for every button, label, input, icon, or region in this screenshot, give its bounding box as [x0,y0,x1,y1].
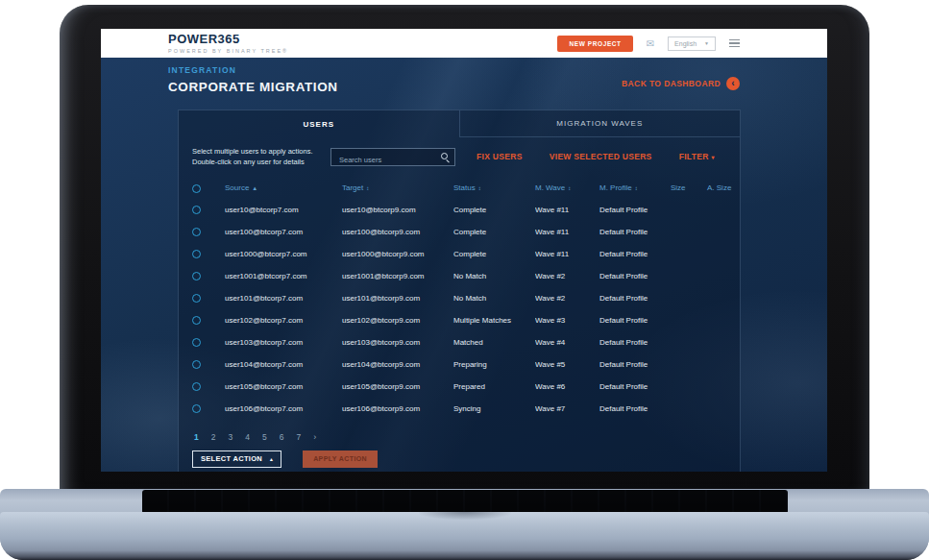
table-body: user10@btcorp7.comuser10@btcorp9.comComp… [179,199,740,420]
cell-migration-wave: Wave #5 [535,360,599,369]
instruction-line-1: Select multiple users to apply actions. [192,146,329,157]
cell-migration-profile: Default Profile [599,250,671,258]
hamburger-menu-icon[interactable] [729,39,740,48]
row-select-radio[interactable] [192,228,201,236]
table-row[interactable]: user106@btcorp7.comuser106@btcorp9.comSy… [179,398,740,420]
sort-icon[interactable]: ↕ [568,185,571,191]
pagination: 1234567› [179,432,740,442]
selection-instructions: Select multiple users to apply actions. … [192,146,329,168]
fix-users-link[interactable]: FIX USERS [477,152,523,161]
pagination-next[interactable]: › [313,432,316,442]
select-all-radio-column [192,180,225,197]
new-project-button[interactable]: NEW PROJECT [557,36,632,52]
cell-migration-wave: Wave #4 [535,338,599,347]
cell-migration-profile: Default Profile [599,382,671,391]
column-header-target[interactable]: Target↕ [342,183,453,192]
column-header-size[interactable]: Size [671,183,707,192]
row-select-radio[interactable] [192,360,201,369]
row-select-radio[interactable] [192,316,201,325]
apply-action-button[interactable]: APPLY ACTION [303,450,378,468]
table-row[interactable]: user105@btcorp7.comuser105@btcorp9.comPr… [179,376,740,398]
row-radio-cell [192,355,225,373]
back-chevron-icon[interactable]: ‹ [726,77,740,90]
cell-target: user103@btcorp9.com [342,338,453,347]
cell-target: user104@btcorp9.com [342,360,453,369]
page-1[interactable]: 1 [194,432,199,442]
page-6[interactable]: 6 [280,432,284,442]
page-2[interactable]: 2 [211,432,216,442]
cell-migration-profile: Default Profile [599,206,671,214]
cell-target: user1000@btcorp9.com [342,250,453,258]
page-5[interactable]: 5 [262,432,267,442]
row-select-radio[interactable] [192,272,201,280]
row-radio-cell [192,201,225,218]
table-row[interactable]: user10@btcorp7.comuser10@btcorp9.comComp… [179,199,740,221]
cell-target: user1001@btcorp9.com [342,272,453,280]
table-row[interactable]: user1001@btcorp7.comuser1001@btcorp9.com… [179,265,740,287]
sort-icon[interactable]: ↕ [635,185,638,191]
column-header-status[interactable]: Status↕ [453,183,535,192]
cell-status: Preparing [453,360,535,369]
view-selected-users-link[interactable]: VIEW SELECTED USERS [550,152,652,161]
cell-target: user101@btcorp9.com [342,294,453,303]
cell-migration-profile: Default Profile [599,228,671,236]
column-header-source[interactable]: Source▲ [225,183,342,192]
cell-migration-profile: Default Profile [599,404,671,413]
page-3[interactable]: 3 [228,432,232,442]
cell-migration-wave: Wave #2 [535,294,599,303]
cell-migration-profile: Default Profile [599,294,671,303]
cell-status: No Match [453,272,535,280]
back-to-dashboard[interactable]: BACK TO DASHBOARD ‹ [622,77,740,90]
row-radio-cell [192,400,225,417]
row-select-radio[interactable] [192,294,201,303]
search-input[interactable] [331,152,454,168]
topbar-actions: NEW PROJECT ✉ English ▼ [557,36,740,52]
cell-migration-wave: Wave #11 [535,206,599,214]
mail-icon[interactable]: ✉ [647,38,654,49]
table-row[interactable]: user101@btcorp7.comuser101@btcorp9.comNo… [179,287,740,309]
instruction-line-2: Double-click on any user for details [192,157,329,167]
cell-status: Matched [453,338,535,347]
row-select-radio[interactable] [192,338,201,347]
laptop-base [0,489,929,560]
table-row[interactable]: user103@btcorp7.comuser103@btcorp9.comMa… [179,331,740,353]
cell-source: user10@btcorp7.com [225,206,342,214]
language-select[interactable]: English ▼ [668,37,716,51]
row-select-radio[interactable] [192,250,201,258]
cell-status: Multiple Matches [453,316,535,325]
select-all-radio[interactable] [192,184,201,193]
sort-icon[interactable]: ↕ [366,185,369,191]
cell-target: user10@btcorp9.com [342,206,453,214]
column-header-a-size[interactable]: A. Size [707,183,746,192]
cell-target: user105@btcorp9.com [342,382,453,391]
cell-source: user103@btcorp7.com [225,338,342,347]
select-action-dropdown[interactable]: SELECT ACTION ▴ [192,450,281,468]
logo-subtitle: POWERED BY BINARY TREE® [168,48,288,54]
cell-status: Complete [453,250,535,258]
cell-source: user104@btcorp7.com [225,360,342,369]
laptop-keyboard [142,490,788,514]
tab-users[interactable]: USERS [179,110,459,137]
cell-target: user102@btcorp9.com [342,316,453,325]
chevron-down-icon: ▾ [712,155,715,160]
sort-asc-icon[interactable]: ▲ [252,185,257,191]
page-7[interactable]: 7 [296,432,301,442]
table-row[interactable]: user100@btcorp7.comuser100@btcorp9.comCo… [179,221,740,243]
section-label: INTEGRATION [168,65,740,75]
row-select-radio[interactable] [192,382,201,391]
table-row[interactable]: user1000@btcorp7.comuser1000@btcorp9.com… [179,243,740,265]
cell-status: Complete [453,228,535,236]
column-header-m-profile[interactable]: M. Profile↕ [599,183,671,192]
tab-migration-waves[interactable]: MIGRATION WAVES [459,110,741,137]
column-header-m-wave[interactable]: M. Wave↕ [535,183,599,192]
page-4[interactable]: 4 [245,432,250,442]
table-row[interactable]: user102@btcorp7.comuser102@btcorp9.comMu… [179,309,740,331]
search-icon[interactable] [441,153,448,159]
row-select-radio[interactable] [192,404,201,413]
table-row[interactable]: user104@btcorp7.comuser104@btcorp9.comPr… [179,353,740,376]
row-select-radio[interactable] [192,206,201,214]
sort-icon[interactable]: ↕ [478,185,481,191]
filter-link[interactable]: FILTER▾ [679,152,715,161]
language-selected-value: English [674,40,697,47]
chevron-up-icon: ▴ [270,456,273,462]
